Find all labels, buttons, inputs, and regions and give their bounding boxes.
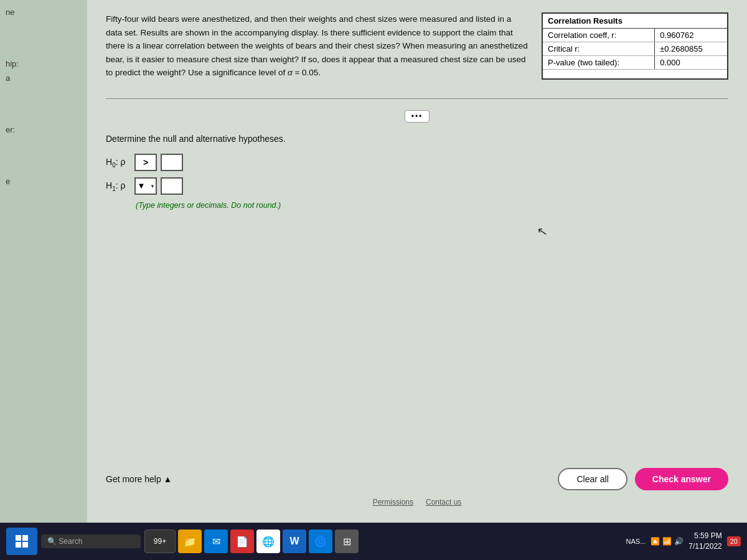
table-row: P-value (two tailed): 0.000 — [543, 56, 727, 70]
correlation-box-title: Correlation Results — [543, 14, 727, 29]
tab-count-badge[interactable]: 99+ — [144, 530, 176, 553]
get-more-help-button[interactable]: Get more help ▲ — [106, 474, 172, 484]
corr-coeff-value: 0.960762 — [655, 29, 727, 42]
hint-text: (Type integers or decimals. Do not round… — [136, 201, 728, 210]
correlation-results-box: Correlation Results Correlation coeff, r… — [542, 12, 728, 80]
taskbar-search[interactable]: 🔍 Search — [41, 534, 141, 548]
taskbar-edge-icon[interactable]: 🌀 — [309, 530, 332, 553]
content-panel: Fifty-four wild bears were anesthetized,… — [87, 0, 747, 523]
permissions-link[interactable]: Permissions — [373, 498, 413, 506]
table-row: Critical r: ±0.2680855 — [543, 42, 727, 56]
taskbar-right: NAS... 🔼 📶 🔊 5:59 PM 7/11/2022 20 — [626, 531, 741, 552]
pvalue-value: 0.000 — [655, 56, 727, 70]
sidebar-label-er: er: — [3, 124, 84, 136]
wifi-icon: 📶 — [662, 537, 672, 546]
check-answer-button[interactable]: Check answer — [635, 468, 728, 490]
clock-time: 5:59 PM — [688, 531, 721, 541]
footer-links: Permissions Contact us — [106, 494, 728, 510]
correlation-table: Correlation coeff, r: 0.960762 Critical … — [543, 29, 727, 70]
h0-label: H0: ρ — [106, 157, 131, 169]
sidebar-label-hip: hip: — [3, 58, 84, 70]
sidebar-label-e: e — [3, 175, 84, 187]
question-area: Fifty-four wild bears were anesthetized,… — [106, 12, 728, 80]
critical-r-value: ±0.2680855 — [655, 42, 727, 56]
h0-operator-display: > — [134, 154, 157, 171]
taskbar-pdf-icon[interactable]: 📄 — [230, 530, 254, 553]
main-area: ne hip: a er: e Fifty-four wild bears we… — [0, 0, 747, 523]
svg-rect-0 — [16, 535, 21, 541]
time-block[interactable]: 5:59 PM 7/11/2022 — [688, 531, 721, 552]
h1-label: H1: ρ — [106, 180, 131, 192]
corr-coeff-label: Correlation coeff, r: — [543, 29, 655, 42]
windows-start-button[interactable] — [6, 528, 37, 555]
tab-count-label: 99+ — [154, 537, 166, 546]
left-sidebar: ne hip: a er: e — [0, 0, 87, 523]
speaker-icon: 🔊 — [674, 537, 684, 546]
sidebar-label-ne: ne — [3, 6, 84, 18]
ellipsis-button[interactable]: ••• — [405, 110, 430, 123]
hypotheses-title: Determine the null and alternative hypot… — [106, 134, 728, 144]
h0-value-input[interactable] — [161, 154, 183, 171]
system-tray-icons: 🔼 📶 🔊 — [651, 537, 684, 546]
taskbar-folder-icon[interactable]: 📁 — [178, 530, 202, 553]
taskbar-mail-icon[interactable]: ✉ — [204, 530, 228, 553]
table-row: Correlation coeff, r: 0.960762 — [543, 29, 727, 42]
h1-operator-wrapper[interactable]: ▼ < > ≠ = — [134, 177, 157, 195]
clear-all-button[interactable]: Clear all — [558, 468, 627, 490]
h1-value-input[interactable] — [161, 177, 183, 195]
sidebar-label-a: a — [3, 72, 84, 84]
hypotheses-section: Determine the null and alternative hypot… — [106, 134, 728, 459]
h0-row: H0: ρ > — [106, 154, 728, 171]
critical-r-label: Critical r: — [543, 42, 655, 56]
pvalue-label: P-value (two tailed): — [543, 56, 655, 70]
network-icon: 🔼 — [651, 537, 660, 546]
taskbar-word-icon[interactable]: W — [283, 530, 306, 553]
svg-rect-1 — [22, 535, 28, 541]
svg-rect-2 — [16, 542, 21, 548]
svg-rect-3 — [22, 542, 28, 548]
notification-badge[interactable]: 20 — [727, 536, 741, 546]
ellipsis-container: ••• — [106, 110, 728, 123]
taskbar-chrome-icon[interactable]: 🌐 — [256, 530, 280, 553]
question-paragraph: Fifty-four wild bears were anesthetized,… — [106, 14, 528, 77]
nas-label: NAS... — [626, 538, 646, 545]
bottom-right-buttons: Clear all Check answer — [558, 468, 728, 490]
bottom-bar: Get more help ▲ Clear all Check answer — [106, 459, 728, 494]
clock-date: 7/11/2022 — [688, 541, 721, 552]
h1-operator-select[interactable]: ▼ < > ≠ = — [134, 177, 157, 195]
taskbar-grid-icon[interactable]: ⊞ — [335, 530, 359, 553]
taskbar: 🔍 Search 99+ 📁 ✉ 📄 🌐 W 🌀 ⊞ NAS... 🔼 📶 🔊 … — [0, 523, 747, 560]
contact-link[interactable]: Contact us — [426, 498, 461, 506]
question-text: Fifty-four wild bears were anesthetized,… — [106, 12, 529, 80]
h1-row: H1: ρ ▼ < > ≠ = — [106, 177, 728, 195]
divider — [106, 98, 728, 99]
